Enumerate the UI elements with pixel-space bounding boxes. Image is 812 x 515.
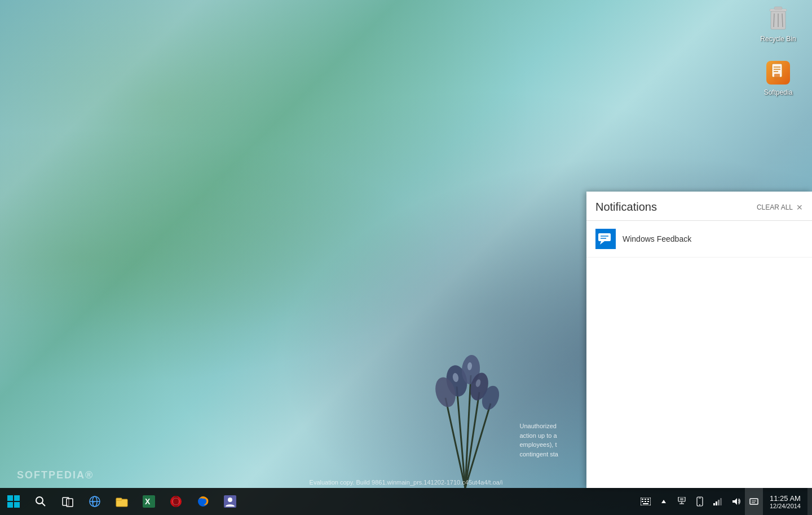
notification-app-name: Windows Feedback: [623, 234, 691, 243]
taskbar-pinned-apps: e X: [27, 488, 637, 515]
svg-rect-71: [718, 500, 720, 505]
softpedia-app-icon: [765, 59, 792, 86]
clock-date: 12/24/2014: [770, 503, 801, 509]
svg-rect-24: [774, 74, 780, 81]
action-center-icon[interactable]: [745, 488, 763, 515]
svg-rect-31: [14, 495, 20, 501]
clock-time: 11:25 AM: [770, 494, 801, 503]
recycle-bin-icon: [765, 6, 792, 33]
svg-rect-30: [7, 495, 13, 501]
recycle-bin-label: Recycle Bin: [760, 35, 796, 44]
svg-rect-55: [647, 499, 649, 500]
taskbar-clock[interactable]: 11:25 AM 12/24/2014: [763, 488, 807, 515]
svg-point-47: [173, 496, 179, 507]
svg-rect-53: [642, 499, 643, 500]
svg-rect-59: [643, 503, 648, 504]
softpedia-label: Softpedia: [764, 88, 793, 97]
svg-rect-14: [774, 7, 782, 10]
svg-marker-60: [661, 500, 666, 503]
network-status-icon[interactable]: [673, 488, 691, 515]
taskbar-ie-button[interactable]: e: [81, 488, 108, 515]
recycle-bin-desktop-icon[interactable]: Recycle Bin: [756, 6, 801, 44]
close-icon: ✕: [796, 203, 803, 212]
svg-point-67: [699, 504, 700, 505]
svg-rect-57: [645, 501, 646, 502]
softpedia-desktop-icon[interactable]: Softpedia: [756, 59, 801, 97]
system-tray: 11:25 AM 12/24/2014: [637, 488, 812, 515]
taskbar: e X: [0, 488, 812, 515]
svg-rect-74: [750, 499, 758, 504]
svg-rect-37: [67, 499, 73, 507]
volume-icon[interactable]: [727, 488, 745, 515]
clear-all-label: CLEAR ALL: [757, 203, 793, 211]
svg-point-51: [228, 498, 232, 502]
windows-feedback-icon: [595, 229, 616, 249]
taskbar-firefox-button[interactable]: [189, 488, 217, 515]
svg-rect-33: [14, 502, 20, 508]
notification-title: Notifications: [595, 201, 657, 214]
show-desktop-button[interactable]: [807, 488, 812, 515]
signal-bars-icon[interactable]: [709, 488, 727, 515]
keyboard-tray-icon[interactable]: [637, 488, 655, 515]
desktop-background: Unauthorized action up to a employees), …: [0, 0, 812, 515]
taskbar-task-view-button[interactable]: [54, 488, 81, 515]
svg-rect-69: [713, 503, 715, 505]
taskbar-excel-button[interactable]: X: [135, 488, 162, 515]
svg-text:X: X: [145, 497, 151, 506]
unauthorized-text-overlay: Unauthorized action up to a employees), …: [520, 421, 559, 459]
notification-header: Notifications CLEAR ALL ✕: [586, 192, 812, 221]
svg-rect-70: [716, 501, 717, 505]
svg-rect-72: [720, 498, 722, 505]
svg-line-18: [782, 14, 783, 27]
taskbar-search-button[interactable]: [27, 488, 54, 515]
expand-tray-icon[interactable]: [655, 488, 673, 515]
svg-rect-32: [7, 502, 13, 508]
svg-rect-54: [645, 499, 646, 500]
notification-panel: Notifications CLEAR ALL ✕ Windows Feedb: [586, 192, 812, 488]
taskbar-app8-button[interactable]: [217, 488, 244, 515]
svg-rect-56: [642, 501, 643, 502]
svg-marker-73: [732, 498, 737, 505]
svg-text:e: e: [92, 500, 95, 504]
start-button[interactable]: [0, 488, 27, 515]
clear-all-button[interactable]: CLEAR ALL ✕: [757, 203, 803, 212]
taskbar-file-explorer-button[interactable]: [108, 488, 135, 515]
svg-line-16: [774, 14, 774, 27]
mobile-tray-icon[interactable]: [691, 488, 709, 515]
svg-rect-58: [647, 501, 649, 502]
notification-item[interactable]: Windows Feedback: [586, 221, 812, 258]
svg-rect-43: [116, 498, 122, 500]
svg-rect-26: [598, 233, 611, 241]
svg-rect-61: [678, 497, 685, 501]
svg-line-35: [42, 503, 46, 507]
svg-line-0: [457, 387, 465, 488]
taskbar-opera-button[interactable]: [162, 488, 189, 515]
svg-point-34: [36, 497, 43, 504]
